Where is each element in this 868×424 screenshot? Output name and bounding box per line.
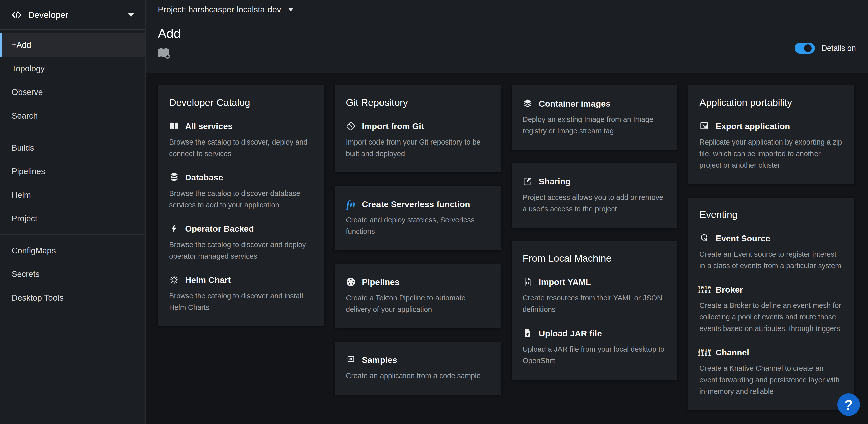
add-action-database[interactable]: Database Browse the catalog to discover … — [169, 172, 313, 210]
add-action-export-application[interactable]: Export application Replicate your applic… — [700, 121, 843, 171]
sidebar-item-configmaps[interactable]: ConfigMaps — [0, 239, 146, 262]
binary-icon: 10101101 — [700, 284, 710, 294]
card-developer-catalog: Developer Catalog All services Browse th… — [158, 85, 324, 326]
yaml-file-icon — [523, 277, 533, 287]
export-icon — [700, 121, 710, 131]
details-toggle-label: Details on — [821, 43, 856, 54]
page-header: Add Details on — [146, 19, 868, 74]
database-icon — [169, 172, 179, 182]
card-title: From Local Machine — [523, 253, 666, 264]
add-page-content: Developer Catalog All services Browse th… — [146, 74, 868, 424]
add-action-import-from-git[interactable]: Import from Git Import code from your Gi… — [346, 121, 490, 159]
helm-icon — [169, 275, 179, 285]
sidebar-item-search[interactable]: Search — [0, 104, 146, 128]
add-action-import-yaml[interactable]: Import YAML Create resources from their … — [523, 277, 666, 315]
card-title: Eventing — [700, 209, 843, 220]
card-from-local-machine: From Local Machine Import YAML — [512, 241, 677, 379]
main-area: Project: harshcasper-localsta-dev Add De… — [146, 0, 868, 424]
sidebar-item-topology[interactable]: Topology — [0, 57, 146, 80]
add-action-create-serverless-function[interactable]: fn Create Serverless function Create and… — [346, 199, 490, 237]
card-title: Developer Catalog — [169, 97, 313, 108]
book-plus-icon[interactable] — [158, 48, 170, 59]
event-source-icon — [700, 233, 710, 243]
sidebar-divider — [0, 234, 146, 235]
card-pipelines: Pipelines Create a Tekton Pipeline to au… — [335, 264, 501, 328]
sidebar-item-pipelines[interactable]: Pipelines — [0, 160, 146, 183]
add-action-sharing[interactable]: Sharing Project access allows you to add… — [523, 176, 666, 215]
sidebar-item-desktop-tools[interactable]: Desktop Tools — [0, 286, 146, 310]
card-eventing: Eventing Event Source Create an Ev — [688, 198, 854, 410]
page-title: Add — [158, 26, 181, 41]
samples-icon — [346, 355, 356, 365]
add-action-pipelines[interactable]: Pipelines Create a Tekton Pipeline to au… — [346, 277, 490, 315]
card-title: Git Repository — [346, 97, 490, 108]
add-action-container-images[interactable]: Container images Deploy an existing Imag… — [523, 98, 666, 137]
sidebar-item-helm[interactable]: Helm — [0, 183, 146, 207]
add-action-broker[interactable]: 10101101 Broker Create a Broker to defin… — [700, 284, 843, 334]
book-icon — [169, 121, 179, 131]
details-toggle-knob — [804, 45, 812, 52]
project-dropdown[interactable]: Project: harshcasper-localsta-dev — [158, 5, 293, 14]
binary-icon: 10101101 — [700, 347, 710, 358]
sidebar-item-project[interactable]: Project — [0, 207, 146, 230]
card-application-portability: Application portability Export applicati… — [688, 85, 854, 184]
upload-file-icon — [523, 328, 533, 338]
sidebar-item-builds[interactable]: Builds — [0, 136, 146, 160]
tekton-icon — [346, 277, 356, 287]
sidebar-item-add[interactable]: +Add — [0, 33, 146, 57]
chevron-down-icon — [288, 8, 293, 11]
card-git-repository: Git Repository Import — [335, 85, 501, 172]
sidebar-nav: +Add Topology Observe Search Builds Pipe… — [0, 30, 146, 310]
question-icon: ? — [844, 397, 853, 413]
share-icon — [523, 176, 533, 187]
sidebar-divider — [0, 132, 146, 132]
card-sharing: Sharing Project access allows you to add… — [512, 163, 677, 228]
card-serverless-function: fn Create Serverless function Create and… — [335, 186, 501, 250]
code-icon — [11, 9, 22, 20]
add-action-upload-jar[interactable]: Upload JAR file Upload a JAR file from y… — [523, 328, 666, 366]
help-button[interactable]: ? — [837, 393, 860, 416]
sidebar: Developer +Add Topology Observe Search B… — [0, 0, 146, 424]
add-action-event-source[interactable]: Event Source Create an Event source to r… — [700, 233, 843, 272]
add-action-helm-chart[interactable]: Helm Chart Browse the catalog to discove… — [169, 275, 313, 313]
sidebar-item-secrets[interactable]: Secrets — [0, 262, 146, 286]
git-icon — [346, 121, 356, 131]
add-action-samples[interactable]: Samples Create an application from a cod… — [346, 355, 490, 381]
project-dropdown-label: Project: harshcasper-localsta-dev — [158, 5, 281, 14]
card-title: Application portability — [700, 97, 843, 108]
bolt-icon — [169, 224, 179, 234]
details-toggle[interactable] — [795, 43, 815, 54]
perspective-switcher[interactable]: Developer — [0, 0, 146, 30]
add-action-all-services[interactable]: All services Browse the catalog to disco… — [169, 121, 313, 159]
sidebar-item-observe[interactable]: Observe — [0, 80, 146, 104]
function-icon: fn — [346, 199, 356, 209]
perspective-label: Developer — [28, 10, 128, 20]
card-samples: Samples Create an application from a cod… — [335, 342, 501, 395]
add-action-channel[interactable]: 10101101 Channel Create a Knative Channe… — [700, 347, 843, 397]
card-container-images: Container images Deploy an existing Imag… — [512, 85, 677, 150]
add-action-operator-backed[interactable]: Operator Backed Browse the catalog to di… — [169, 224, 313, 262]
masthead: Project: harshcasper-localsta-dev — [146, 0, 868, 19]
layers-icon — [523, 98, 533, 109]
chevron-down-icon — [128, 13, 134, 17]
